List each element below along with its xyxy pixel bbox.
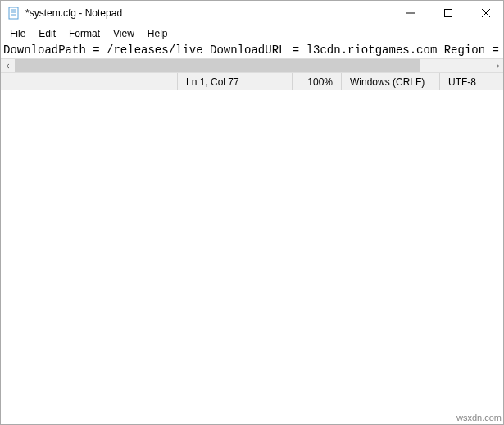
title-bar: *system.cfg - Notepad [1, 1, 504, 25]
menu-help[interactable]: Help [142, 27, 174, 40]
status-empty [1, 73, 177, 90]
editor-container: DownloadPath = /releases/live DownloadUR… [1, 42, 504, 72]
close-button[interactable] [467, 1, 504, 25]
watermark-text: wsxdn.com [456, 413, 502, 423]
notepad-icon [7, 7, 20, 20]
text-editor[interactable]: DownloadPath = /releases/live DownloadUR… [1, 42, 504, 58]
scrollbar-track[interactable] [15, 59, 491, 73]
scroll-right-arrow-icon[interactable] [491, 59, 504, 73]
menu-view[interactable]: View [107, 27, 140, 40]
menu-file[interactable]: File [4, 27, 31, 40]
status-zoom: 100% [292, 73, 341, 90]
menu-bar: File Edit Format View Help [1, 25, 504, 42]
minimize-button[interactable] [392, 1, 429, 25]
scroll-left-arrow-icon[interactable] [1, 59, 15, 73]
menu-format[interactable]: Format [63, 27, 106, 40]
menu-edit[interactable]: Edit [33, 27, 61, 40]
window-controls [392, 1, 504, 25]
horizontal-scrollbar[interactable] [1, 58, 504, 72]
svg-rect-5 [445, 9, 452, 16]
status-line-ending: Windows (CRLF) [341, 73, 439, 90]
svg-rect-0 [9, 7, 18, 19]
status-encoding: UTF-8 [439, 73, 504, 90]
scrollbar-thumb[interactable] [15, 59, 420, 73]
maximize-button[interactable] [429, 1, 467, 25]
status-bar: Ln 1, Col 77 100% Windows (CRLF) UTF-8 [1, 72, 504, 90]
window-title: *system.cfg - Notepad [25, 7, 392, 19]
status-line-col: Ln 1, Col 77 [177, 73, 292, 90]
